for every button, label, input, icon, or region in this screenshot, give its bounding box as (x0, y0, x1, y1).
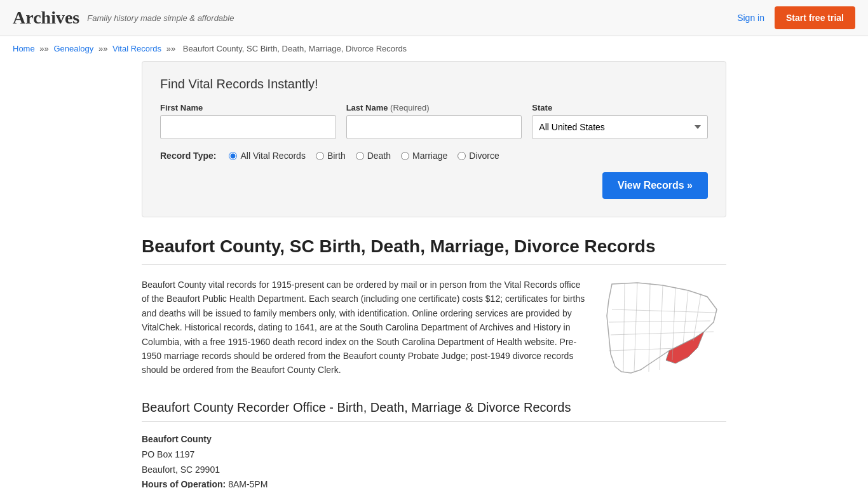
state-group: State All United States Alabama Alaska S… (532, 103, 708, 139)
radio-all-vital[interactable]: All Vital Records (229, 151, 305, 161)
sc-map (599, 278, 726, 379)
hours-label: Hours of Operation: (142, 479, 226, 488)
radio-divorce-label: Divorce (469, 151, 499, 161)
radio-marriage-label: Marriage (412, 151, 447, 161)
address-section: Beaufort County PO Box 1197 Beaufort, SC… (142, 432, 726, 488)
svg-line-12 (623, 283, 625, 372)
address-line2: Beaufort, SC 29901 (142, 463, 726, 478)
radio-birth-input[interactable] (316, 152, 324, 160)
radio-death[interactable]: Death (356, 151, 391, 161)
breadcrumb: Home »» Genealogy »» Vital Records »» Be… (0, 36, 868, 61)
state-select[interactable]: All United States Alabama Alaska South C… (532, 115, 708, 139)
first-name-input[interactable] (160, 115, 336, 139)
svg-line-9 (649, 283, 650, 372)
recorder-heading: Beaufort County Recorder Office - Birth,… (142, 400, 726, 422)
radio-all-vital-label: All Vital Records (240, 151, 305, 161)
site-tagline: Family history made simple & affordable (87, 13, 234, 23)
radio-marriage-input[interactable] (401, 152, 409, 160)
last-name-input[interactable] (346, 115, 522, 139)
search-title: Find Vital Records Instantly! (160, 77, 708, 92)
svg-marker-0 (607, 283, 717, 373)
office-name: Beaufort County (142, 432, 726, 447)
breadcrumb-genealogy[interactable]: Genealogy (53, 44, 93, 53)
site-header: Archives Family history made simple & af… (0, 0, 868, 36)
view-records-button[interactable]: View Records » (602, 172, 708, 199)
search-fields: First Name Last Name (Required) State Al… (160, 103, 708, 139)
first-name-group: First Name (160, 103, 336, 139)
hours-of-operation: Hours of Operation: 8AM-5PM (142, 477, 726, 488)
svg-line-1 (634, 283, 637, 372)
breadcrumb-sep1: »» (39, 44, 51, 53)
start-trial-button[interactable]: Start free trial (775, 6, 855, 29)
breadcrumb-current: Beaufort County, SC Birth, Death, Marria… (183, 44, 407, 53)
svg-line-5 (611, 332, 714, 335)
description-section: Beaufort County vital records for 1915-p… (142, 278, 726, 381)
radio-marriage[interactable]: Marriage (401, 151, 447, 161)
record-type-row: Record Type: All Vital Records Birth Dea… (160, 151, 708, 161)
last-name-label: Last Name (Required) (346, 103, 522, 112)
header-right: Sign in Start free trial (737, 6, 855, 29)
map-container (599, 278, 726, 381)
radio-group: All Vital Records Birth Death Marriage D… (229, 151, 499, 161)
page-title: Beaufort County, SC Birth, Death, Marria… (142, 236, 726, 265)
radio-divorce-input[interactable] (458, 152, 466, 160)
description-text: Beaufort County vital records for 1915-p… (142, 278, 587, 381)
required-indicator: (Required) (390, 103, 429, 112)
radio-birth[interactable]: Birth (316, 151, 346, 161)
header-left: Archives Family history made simple & af… (13, 8, 234, 28)
address-line1: PO Box 1197 (142, 447, 726, 463)
record-type-label: Record Type: (160, 151, 216, 161)
svg-marker-7 (666, 332, 704, 363)
radio-divorce[interactable]: Divorce (458, 151, 499, 161)
svg-line-4 (612, 309, 717, 313)
radio-all-vital-input[interactable] (229, 152, 237, 160)
svg-line-2 (660, 285, 663, 370)
last-name-group: Last Name (Required) (346, 103, 522, 139)
view-records-row: View Records » (160, 172, 708, 199)
state-label: State (532, 103, 708, 112)
radio-death-label: Death (367, 151, 391, 161)
radio-death-input[interactable] (356, 152, 364, 160)
hours-value: 8AM-5PM (228, 479, 268, 488)
site-logo: Archives (13, 8, 79, 28)
sign-in-link[interactable]: Sign in (737, 13, 764, 23)
radio-birth-label: Birth (327, 151, 346, 161)
search-box: Find Vital Records Instantly! First Name… (142, 61, 726, 217)
breadcrumb-sep2: »» (98, 44, 110, 53)
first-name-label: First Name (160, 103, 336, 112)
breadcrumb-sep3: »» (166, 44, 178, 53)
main-content: Find Vital Records Instantly! First Name… (129, 61, 739, 488)
breadcrumb-vital-records[interactable]: Vital Records (112, 44, 161, 53)
breadcrumb-home[interactable]: Home (13, 44, 35, 53)
